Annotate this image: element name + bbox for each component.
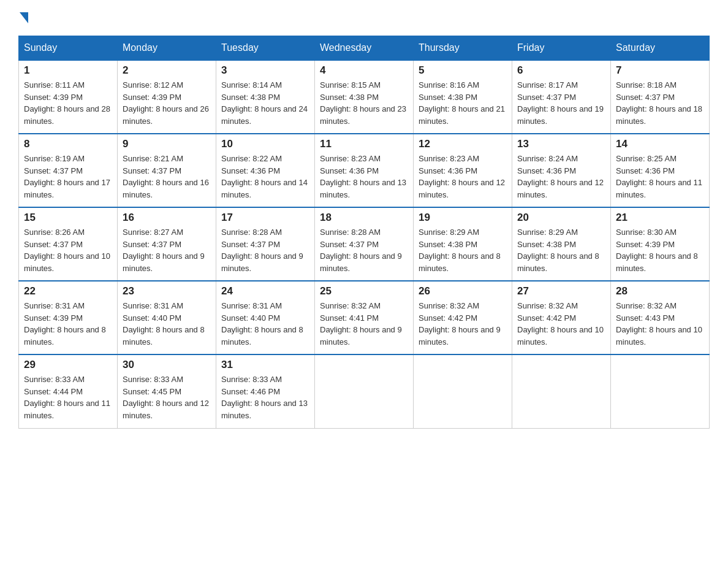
weekday-saturday: Saturday	[611, 36, 710, 61]
day-info: Sunrise: 8:31 AMSunset: 4:40 PMDaylight:…	[221, 300, 309, 348]
day-number: 25	[320, 285, 408, 297]
day-info: Sunrise: 8:33 AMSunset: 4:44 PMDaylight:…	[24, 373, 112, 421]
table-row: 15Sunrise: 8:26 AMSunset: 4:37 PMDayligh…	[19, 207, 118, 281]
day-number: 7	[616, 64, 704, 77]
table-row: 17Sunrise: 8:28 AMSunset: 4:37 PMDayligh…	[216, 207, 315, 281]
page-header	[18, 12, 710, 23]
table-row: 24Sunrise: 8:31 AMSunset: 4:40 PMDayligh…	[216, 281, 315, 354]
day-info: Sunrise: 8:25 AMSunset: 4:36 PMDaylight:…	[616, 153, 704, 201]
day-info: Sunrise: 8:28 AMSunset: 4:37 PMDaylight:…	[221, 226, 309, 274]
table-row: 9Sunrise: 8:21 AMSunset: 4:37 PMDaylight…	[118, 134, 216, 207]
table-row: 21Sunrise: 8:30 AMSunset: 4:39 PMDayligh…	[611, 207, 710, 281]
day-info: Sunrise: 8:32 AMSunset: 4:42 PMDaylight:…	[419, 300, 507, 348]
table-row: 12Sunrise: 8:23 AMSunset: 4:36 PMDayligh…	[414, 134, 512, 207]
logo-arrow-icon	[20, 12, 28, 23]
table-row: 14Sunrise: 8:25 AMSunset: 4:36 PMDayligh…	[611, 134, 710, 207]
day-info: Sunrise: 8:33 AMSunset: 4:45 PMDaylight:…	[123, 373, 211, 421]
day-number: 24	[221, 285, 309, 297]
table-row: 25Sunrise: 8:32 AMSunset: 4:41 PMDayligh…	[315, 281, 414, 354]
day-number: 6	[517, 64, 605, 77]
day-info: Sunrise: 8:31 AMSunset: 4:39 PMDaylight:…	[24, 300, 112, 348]
table-row: 13Sunrise: 8:24 AMSunset: 4:36 PMDayligh…	[512, 134, 611, 207]
day-number: 1	[24, 64, 112, 77]
day-info: Sunrise: 8:12 AMSunset: 4:39 PMDaylight:…	[123, 79, 211, 127]
day-number: 5	[419, 64, 507, 77]
day-number: 3	[221, 64, 309, 77]
day-number: 9	[123, 138, 211, 150]
day-info: Sunrise: 8:30 AMSunset: 4:39 PMDaylight:…	[616, 226, 704, 274]
day-info: Sunrise: 8:22 AMSunset: 4:36 PMDaylight:…	[221, 153, 309, 201]
day-info: Sunrise: 8:32 AMSunset: 4:43 PMDaylight:…	[616, 300, 704, 348]
day-number: 10	[221, 138, 309, 150]
day-number: 17	[221, 212, 309, 224]
calendar-week-5: 29Sunrise: 8:33 AMSunset: 4:44 PMDayligh…	[19, 354, 710, 428]
weekday-monday: Monday	[118, 36, 216, 61]
day-info: Sunrise: 8:11 AMSunset: 4:39 PMDaylight:…	[24, 79, 112, 127]
weekday-tuesday: Tuesday	[216, 36, 315, 61]
day-number: 27	[517, 285, 605, 297]
table-row: 22Sunrise: 8:31 AMSunset: 4:39 PMDayligh…	[19, 281, 118, 354]
table-row: 29Sunrise: 8:33 AMSunset: 4:44 PMDayligh…	[19, 354, 118, 428]
table-row: 30Sunrise: 8:33 AMSunset: 4:45 PMDayligh…	[118, 354, 216, 428]
table-row	[512, 354, 611, 428]
weekday-thursday: Thursday	[414, 36, 512, 61]
day-info: Sunrise: 8:31 AMSunset: 4:40 PMDaylight:…	[123, 300, 211, 348]
calendar-table: SundayMondayTuesdayWednesdayThursdayFrid…	[18, 36, 710, 429]
day-info: Sunrise: 8:16 AMSunset: 4:38 PMDaylight:…	[419, 79, 507, 127]
day-number: 20	[517, 212, 605, 224]
table-row: 10Sunrise: 8:22 AMSunset: 4:36 PMDayligh…	[216, 134, 315, 207]
day-number: 22	[24, 285, 112, 297]
day-info: Sunrise: 8:29 AMSunset: 4:38 PMDaylight:…	[419, 226, 507, 274]
day-number: 11	[320, 138, 408, 150]
table-row: 27Sunrise: 8:32 AMSunset: 4:42 PMDayligh…	[512, 281, 611, 354]
calendar-body: 1Sunrise: 8:11 AMSunset: 4:39 PMDaylight…	[19, 60, 710, 428]
day-info: Sunrise: 8:18 AMSunset: 4:37 PMDaylight:…	[616, 79, 704, 127]
calendar-week-1: 1Sunrise: 8:11 AMSunset: 4:39 PMDaylight…	[19, 60, 710, 134]
day-info: Sunrise: 8:17 AMSunset: 4:37 PMDaylight:…	[517, 79, 605, 127]
day-number: 28	[616, 285, 704, 297]
table-row: 28Sunrise: 8:32 AMSunset: 4:43 PMDayligh…	[611, 281, 710, 354]
day-number: 19	[419, 212, 507, 224]
calendar-week-2: 8Sunrise: 8:19 AMSunset: 4:37 PMDaylight…	[19, 134, 710, 207]
day-number: 23	[123, 285, 211, 297]
day-info: Sunrise: 8:15 AMSunset: 4:38 PMDaylight:…	[320, 79, 408, 127]
table-row: 3Sunrise: 8:14 AMSunset: 4:38 PMDaylight…	[216, 60, 315, 134]
table-row: 2Sunrise: 8:12 AMSunset: 4:39 PMDaylight…	[118, 60, 216, 134]
day-number: 4	[320, 64, 408, 77]
logo	[18, 12, 29, 23]
table-row: 16Sunrise: 8:27 AMSunset: 4:37 PMDayligh…	[118, 207, 216, 281]
day-number: 2	[123, 64, 211, 77]
table-row: 31Sunrise: 8:33 AMSunset: 4:46 PMDayligh…	[216, 354, 315, 428]
table-row	[611, 354, 710, 428]
table-row: 19Sunrise: 8:29 AMSunset: 4:38 PMDayligh…	[414, 207, 512, 281]
day-info: Sunrise: 8:32 AMSunset: 4:42 PMDaylight:…	[517, 300, 605, 348]
day-info: Sunrise: 8:29 AMSunset: 4:38 PMDaylight:…	[517, 226, 605, 274]
weekday-sunday: Sunday	[19, 36, 118, 61]
day-number: 13	[517, 138, 605, 150]
table-row: 18Sunrise: 8:28 AMSunset: 4:37 PMDayligh…	[315, 207, 414, 281]
day-number: 30	[123, 359, 211, 371]
day-number: 8	[24, 138, 112, 150]
table-row: 1Sunrise: 8:11 AMSunset: 4:39 PMDaylight…	[19, 60, 118, 134]
table-row: 6Sunrise: 8:17 AMSunset: 4:37 PMDaylight…	[512, 60, 611, 134]
day-number: 31	[221, 359, 309, 371]
table-row: 11Sunrise: 8:23 AMSunset: 4:36 PMDayligh…	[315, 134, 414, 207]
day-info: Sunrise: 8:23 AMSunset: 4:36 PMDaylight:…	[320, 153, 408, 201]
table-row: 23Sunrise: 8:31 AMSunset: 4:40 PMDayligh…	[118, 281, 216, 354]
day-number: 26	[419, 285, 507, 297]
table-row: 20Sunrise: 8:29 AMSunset: 4:38 PMDayligh…	[512, 207, 611, 281]
table-row: 5Sunrise: 8:16 AMSunset: 4:38 PMDaylight…	[414, 60, 512, 134]
calendar-header: SundayMondayTuesdayWednesdayThursdayFrid…	[19, 36, 710, 61]
weekday-friday: Friday	[512, 36, 611, 61]
table-row: 8Sunrise: 8:19 AMSunset: 4:37 PMDaylight…	[19, 134, 118, 207]
day-info: Sunrise: 8:27 AMSunset: 4:37 PMDaylight:…	[123, 226, 211, 274]
weekday-header-row: SundayMondayTuesdayWednesdayThursdayFrid…	[19, 36, 710, 61]
day-info: Sunrise: 8:19 AMSunset: 4:37 PMDaylight:…	[24, 153, 112, 201]
day-number: 14	[616, 138, 704, 150]
calendar-week-3: 15Sunrise: 8:26 AMSunset: 4:37 PMDayligh…	[19, 207, 710, 281]
day-info: Sunrise: 8:14 AMSunset: 4:38 PMDaylight:…	[221, 79, 309, 127]
day-info: Sunrise: 8:23 AMSunset: 4:36 PMDaylight:…	[419, 153, 507, 201]
day-number: 21	[616, 212, 704, 224]
day-number: 29	[24, 359, 112, 371]
calendar-week-4: 22Sunrise: 8:31 AMSunset: 4:39 PMDayligh…	[19, 281, 710, 354]
